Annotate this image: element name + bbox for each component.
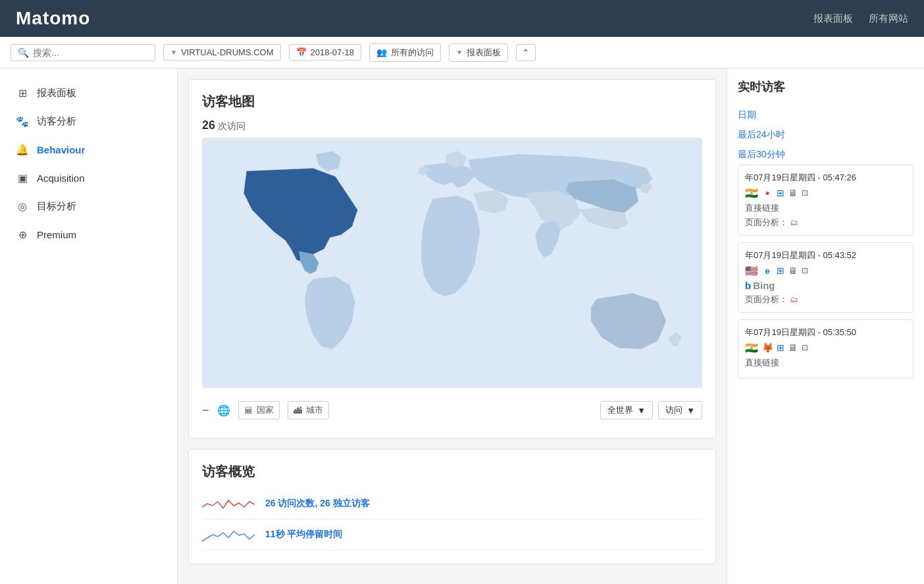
- time-sparkline: [202, 525, 255, 544]
- visitor-source-3: 直接链接: [745, 357, 906, 369]
- segment-label: 所有的访问: [391, 47, 434, 59]
- search-icon: 🔍: [18, 47, 29, 58]
- metric-dropdown-arrow: ▼: [686, 406, 695, 415]
- toolbar: 🔍 ▼ VIRTUAL-DRUMS.COM 📅 2018-07-18 👥 所有的…: [0, 37, 924, 68]
- map-svg: [202, 138, 702, 388]
- search-box[interactable]: 🔍: [11, 44, 155, 61]
- flag-india-1: 🇮🇳: [745, 188, 758, 198]
- world-map: [202, 138, 702, 388]
- site-selector[interactable]: ▼ VIRTUAL-DRUMS.COM: [163, 44, 281, 61]
- realtime-link-24h[interactable]: 最后24小时: [738, 125, 913, 145]
- date-selector-label: 2018-07-18: [311, 47, 355, 57]
- site-selector-arrow: ▼: [170, 49, 177, 56]
- flag-us-2: 🇺🇸: [745, 266, 758, 275]
- region-dropdown-arrow: ▼: [637, 406, 646, 415]
- date-selector[interactable]: 📅 2018-07-18: [289, 44, 362, 61]
- zoom-out-icon[interactable]: −: [202, 404, 209, 417]
- map-zoom[interactable]: −: [202, 404, 209, 417]
- dashboard-icon: ⊞: [16, 87, 29, 99]
- map-controls-left: − 🌐 🏛 国家 🏙 城市: [202, 401, 329, 419]
- collapse-button[interactable]: ⌃: [516, 44, 536, 61]
- chrome-icon-1: ●: [762, 188, 773, 198]
- realtime-title: 实时访客: [738, 79, 913, 95]
- sidebar-item-acquisition[interactable]: ▣ Acquisition: [0, 164, 177, 192]
- visitor-page-1: 页面分析： 🗂: [745, 217, 906, 228]
- dashboard-arrow: ▼: [456, 49, 463, 56]
- visitor-entry-3: 年07月19日星期四 - 05:35:50 🇮🇳 🦊 ⊞ 🖥 ⊡ 直接链接: [738, 319, 913, 379]
- globe-icon: 🌐: [217, 404, 230, 417]
- visitor-source-1: 直接链接: [745, 202, 906, 214]
- page-icon-1: 🗂: [790, 218, 798, 227]
- realtime-link-date[interactable]: 日期: [738, 105, 913, 125]
- flag-india-3: 🇮🇳: [745, 343, 758, 352]
- overview-stat-visits: 26 访问次数, 26 独立访客: [202, 489, 702, 519]
- sidebar-item-dashboard[interactable]: ⊞ 报表面板: [0, 79, 177, 107]
- page-icon-2: 🗂: [790, 295, 798, 304]
- windows-icon-1: ⊞: [777, 188, 784, 198]
- overview-time-label: 11秒 平均停留时间: [265, 529, 342, 541]
- sidebar-item-goals[interactable]: ◎ 目标分析: [0, 192, 177, 221]
- edge-icon-2: e: [762, 265, 773, 276]
- desktop-icon-1: 🖥: [788, 188, 798, 198]
- sidebar-item-label: Acquisition: [37, 173, 85, 184]
- top-navigation: Matomo 报表面板 所有网站: [0, 0, 924, 37]
- extra-icon-2: ⊡: [802, 266, 808, 275]
- overview-visits-label: 26 访问次数, 26 独立访客: [265, 498, 370, 510]
- city-filter[interactable]: 🏙 城市: [288, 401, 329, 419]
- dashboard-selector[interactable]: ▼ 报表面板: [449, 43, 508, 62]
- metric-dropdown[interactable]: 访问 ▼: [658, 401, 702, 419]
- search-input[interactable]: [33, 47, 148, 58]
- visitor-icons-2: 🇺🇸 e ⊞ 🖥 ⊡: [745, 265, 906, 276]
- nav-all-sites-link[interactable]: 所有网站: [869, 13, 908, 25]
- desktop-icon-3: 🖥: [788, 342, 798, 353]
- sidebar-item-label: Premium: [37, 229, 76, 240]
- sidebar-item-label: 目标分析: [37, 200, 76, 213]
- visitor-overview-widget: 访客概览 26 访问次数, 26 独立访客 11秒 平均停留时间: [188, 449, 716, 564]
- windows-icon-3: ⊞: [777, 342, 784, 353]
- site-selector-label: VIRTUAL-DRUMS.COM: [181, 47, 274, 57]
- visitor-time-1: 年07月19日星期四 - 05:47:26: [745, 172, 906, 184]
- app-logo: Matomo: [16, 8, 90, 29]
- visitor-icons-3: 🇮🇳 🦊 ⊞ 🖥 ⊡: [745, 342, 906, 353]
- visitor-page-2: 页面分析： 🗂: [745, 294, 906, 305]
- main-layout: ⊞ 报表面板 🐾 访客分析 🔔 Behaviour ▣ Acquisition …: [0, 68, 924, 584]
- visitor-map-widget: 访客地图 26 次访问: [188, 79, 716, 438]
- bing-logo: b Bing: [745, 280, 906, 291]
- sidebar-item-visitors[interactable]: 🐾 访客分析: [0, 107, 177, 136]
- premium-icon: ⊕: [16, 228, 29, 241]
- visitor-source-2: b Bing: [745, 280, 906, 291]
- windows-icon-2: ⊞: [777, 265, 784, 276]
- visitor-overview-title: 访客概览: [202, 463, 702, 481]
- region-dropdown[interactable]: 全世界 ▼: [600, 401, 653, 419]
- visitor-time-3: 年07月19日星期四 - 05:35:50: [745, 327, 906, 338]
- sidebar-item-label: 报表面板: [37, 87, 76, 99]
- overview-stat-time: 11秒 平均停留时间: [202, 519, 702, 550]
- sidebar-item-behaviour[interactable]: 🔔 Behaviour: [0, 136, 177, 164]
- visitor-entry-1: 年07月19日星期四 - 05:47:26 🇮🇳 ● ⊞ 🖥 ⊡ 直接链接 页面…: [738, 165, 913, 236]
- visitors-icon: 🐾: [16, 115, 29, 128]
- segment-selector[interactable]: 👥 所有的访问: [369, 43, 441, 62]
- desktop-icon-2: 🖥: [788, 265, 798, 276]
- realtime-link-30m[interactable]: 最后30分钟: [738, 145, 913, 165]
- city-icon: 🏙: [294, 406, 302, 415]
- map-controls-right: 全世界 ▼ 访问 ▼: [600, 401, 702, 419]
- calendar-icon: 📅: [296, 47, 307, 57]
- right-panel: 实时访客 日期 最后24小时 最后30分钟 年07月19日星期四 - 05:47…: [727, 68, 924, 584]
- goals-icon: ◎: [16, 200, 29, 213]
- acquisition-icon: ▣: [16, 172, 29, 184]
- visit-count: 26 次访问: [202, 119, 702, 132]
- main-content: 访客地图 26 次访问: [178, 68, 727, 584]
- segment-icon: 👥: [376, 47, 387, 57]
- country-filter[interactable]: 🏛 国家: [238, 401, 280, 419]
- firefox-icon-3: 🦊: [762, 342, 773, 353]
- country-icon: 🏛: [244, 406, 253, 415]
- visitor-map-title: 访客地图: [202, 93, 702, 111]
- sidebar-item-premium[interactable]: ⊕ Premium: [0, 221, 177, 249]
- extra-icon-3: ⊡: [802, 343, 808, 352]
- map-controls: − 🌐 🏛 国家 🏙 城市 全世界 ▼: [202, 396, 702, 425]
- nav-dashboard-link[interactable]: 报表面板: [813, 13, 853, 25]
- extra-icon-1: ⊡: [802, 188, 808, 198]
- visitor-time-2: 年07月19日星期四 - 05:43:52: [745, 250, 906, 261]
- dashboard-label: 报表面板: [467, 47, 501, 59]
- visits-sparkline: [202, 494, 255, 514]
